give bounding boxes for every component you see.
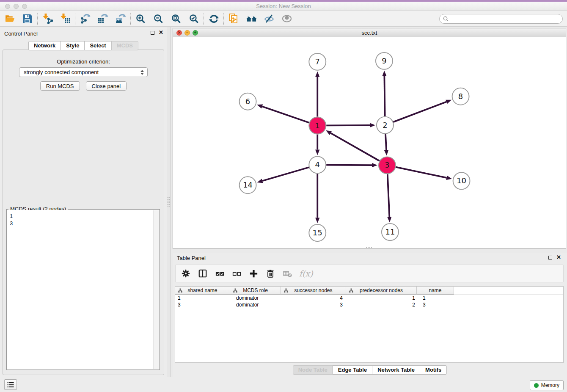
graph-node-2[interactable]: 2 <box>377 117 394 134</box>
import-network-button[interactable] <box>39 11 56 26</box>
zoom-out-button[interactable] <box>149 11 167 26</box>
export-table-button[interactable] <box>94 11 112 26</box>
column-header-name[interactable]: name <box>417 287 454 295</box>
edge-4-15[interactable] <box>315 174 319 223</box>
import-table-button[interactable] <box>56 11 74 26</box>
edge-1-4[interactable] <box>315 135 319 155</box>
graph-node-8[interactable]: 8 <box>452 88 469 105</box>
unselect-all-button[interactable] <box>231 268 242 279</box>
table-row[interactable]: 3dominator323 <box>175 301 563 308</box>
network-canvas[interactable]: 7968124314101511 <box>173 37 566 248</box>
float-panel-icon[interactable] <box>151 31 154 35</box>
zoom-in-button[interactable] <box>132 11 149 26</box>
column-header-predecessor-nodes[interactable]: predecessor nodes <box>346 287 417 295</box>
network-close-button[interactable]: ✕ <box>176 30 182 36</box>
column-header-mcds-role[interactable]: MCDS role <box>230 287 281 295</box>
table-tab-node-table[interactable]: Node Table <box>293 365 333 375</box>
cell-shared-name[interactable]: 1 <box>175 295 230 301</box>
export-network-button[interactable] <box>76 11 94 26</box>
cell-mcds-role[interactable]: dominator <box>230 302 281 308</box>
task-history-button[interactable] <box>4 379 17 390</box>
optimization-dropdown[interactable]: strongly connected component <box>19 67 148 77</box>
tab-mcds[interactable]: MCDS <box>111 41 138 50</box>
table-tab-motifs[interactable]: Motifs <box>420 365 447 375</box>
search-input[interactable] <box>451 15 559 22</box>
close-panel-icon[interactable]: ✕ <box>159 30 163 35</box>
edge-3-10[interactable] <box>396 167 452 180</box>
add-column-button[interactable] <box>248 268 259 279</box>
zoom-selected-button[interactable] <box>185 11 203 26</box>
table-mode-gear-button[interactable] <box>181 268 191 279</box>
graph-node-7[interactable]: 7 <box>309 53 326 70</box>
network-zoom-button[interactable]: + <box>193 30 198 36</box>
cell-successor-nodes[interactable]: 3 <box>281 302 346 308</box>
edge-4-14[interactable] <box>257 167 309 183</box>
column-header-successor-nodes[interactable]: successor nodes <box>281 287 346 295</box>
network-graph[interactable]: 7968124314101511 <box>173 37 566 248</box>
network-minimize-button[interactable]: − <box>184 30 190 36</box>
edge-1-2[interactable] <box>326 123 375 127</box>
search-box[interactable] <box>439 14 563 24</box>
zoom-window-button[interactable] <box>22 4 27 9</box>
memory-button[interactable]: Memory <box>530 380 564 390</box>
edge-3-1[interactable] <box>326 130 380 161</box>
graph-node-4[interactable]: 4 <box>309 156 326 173</box>
cell-name[interactable]: 1 <box>417 295 454 301</box>
table-tab-edge-table[interactable]: Edge Table <box>333 365 372 375</box>
preview-button[interactable] <box>278 11 296 26</box>
edge-3-11[interactable] <box>387 174 391 222</box>
close-panel-button[interactable]: Close panel <box>86 81 127 91</box>
tab-select[interactable]: Select <box>84 41 111 50</box>
float-table-panel-icon[interactable] <box>548 256 552 259</box>
clone-network-button[interactable] <box>225 11 242 26</box>
splitter-handle[interactable] <box>168 197 170 207</box>
graph-node-9[interactable]: 9 <box>376 52 393 69</box>
sort-hierarchy-icon <box>233 288 237 293</box>
show-hide-style-button[interactable] <box>260 11 278 26</box>
edge-4-3[interactable] <box>326 163 377 167</box>
table-tab-network-table[interactable]: Network Table <box>372 365 420 375</box>
cell-name[interactable]: 3 <box>417 302 454 308</box>
app-title: Session: New Session <box>0 3 567 9</box>
edge-2-3[interactable] <box>384 134 388 156</box>
cell-predecessor-nodes[interactable]: 1 <box>346 295 417 301</box>
tab-style[interactable]: Style <box>61 41 85 50</box>
save-session-button[interactable] <box>19 11 36 26</box>
cell-mcds-role[interactable]: dominator <box>230 295 281 301</box>
zoom-fit-button[interactable] <box>167 11 185 26</box>
select-all-button[interactable] <box>215 268 225 279</box>
refresh-button[interactable] <box>205 11 223 26</box>
frame-resize-handle[interactable] <box>366 247 372 248</box>
result-scrollbar[interactable] <box>153 210 159 369</box>
column-header-shared-name[interactable]: shared name <box>175 287 230 295</box>
mcds-result-list[interactable]: 13 <box>7 210 159 227</box>
export-image-button[interactable] <box>112 11 129 26</box>
delete-rows-button[interactable] <box>265 268 275 279</box>
run-mcds-button[interactable]: Run MCDS <box>40 81 80 91</box>
show-columns-button[interactable] <box>198 268 208 279</box>
close-table-panel-icon[interactable]: ✕ <box>556 255 561 259</box>
open-session-button[interactable] <box>1 11 19 26</box>
edge-2-8[interactable] <box>394 100 452 122</box>
tab-network[interactable]: Network <box>28 41 61 50</box>
edge-1-6[interactable] <box>257 105 309 123</box>
graph-node-15[interactable]: 15 <box>309 224 326 241</box>
first-neighbors-button[interactable] <box>242 11 260 26</box>
panel-splitter[interactable] <box>167 27 171 377</box>
cell-shared-name[interactable]: 3 <box>175 302 230 308</box>
graph-node-6[interactable]: 6 <box>239 93 256 110</box>
memory-label: Memory <box>541 382 559 388</box>
graph-node-1[interactable]: 1 <box>309 117 326 134</box>
graph-node-14[interactable]: 14 <box>239 177 256 193</box>
graph-node-10[interactable]: 10 <box>453 172 470 189</box>
close-window-button[interactable] <box>5 4 10 9</box>
cell-predecessor-nodes[interactable]: 2 <box>346 302 417 308</box>
edge-2-9[interactable] <box>382 71 386 116</box>
table-row[interactable]: 1dominator411 <box>175 295 563 301</box>
graph-node-11[interactable]: 11 <box>382 224 399 240</box>
edge-1-7[interactable] <box>315 72 319 117</box>
network-window-titlebar[interactable]: ✕ − + scc.txt <box>173 28 566 37</box>
cell-successor-nodes[interactable]: 4 <box>281 295 346 301</box>
minimize-window-button[interactable] <box>14 4 19 9</box>
graph-node-3[interactable]: 3 <box>379 157 396 174</box>
